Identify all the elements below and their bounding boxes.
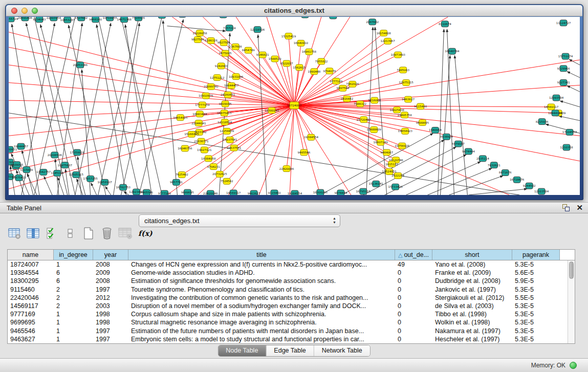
graph-node[interactable]: 16795115 xyxy=(356,188,371,194)
table-cell[interactable]: 19384554 xyxy=(8,269,54,277)
graph-node[interactable]: 9227341 xyxy=(557,80,570,86)
citation-edge[interactable] xyxy=(294,52,309,105)
graph-node[interactable]: 12218506 xyxy=(250,27,265,33)
table-cell[interactable]: Hescheler et al. (1997) xyxy=(432,335,512,343)
table-cell[interactable]: 49 xyxy=(395,260,432,269)
table-mode-icon[interactable] xyxy=(7,226,23,240)
table-cell[interactable]: 1997 xyxy=(93,286,128,294)
graph-node[interactable]: 17957255 xyxy=(83,176,98,182)
graph-node[interactable]: 9777169 xyxy=(158,190,171,195)
citation-edge[interactable] xyxy=(228,105,294,195)
citation-edge[interactable] xyxy=(114,23,140,195)
citation-edge[interactable] xyxy=(139,19,184,195)
table-cell[interactable]: Estimation of the future numbers of pati… xyxy=(128,327,395,335)
graph-node[interactable]: 9586230 xyxy=(176,17,189,17)
graph-node[interactable]: 21836771 xyxy=(194,138,209,144)
graph-node[interactable]: 19027121 xyxy=(197,147,212,153)
table-cell[interactable]: 5.6E-5 xyxy=(512,269,560,277)
graph-node[interactable]: 1527602 xyxy=(75,17,88,21)
graph-node[interactable]: 9827506 xyxy=(191,37,204,43)
citation-edge[interactable] xyxy=(290,105,294,195)
graph-node[interactable]: 10719155 xyxy=(102,17,117,21)
graph-node[interactable]: 15136141 xyxy=(369,181,384,187)
graph-node[interactable]: 2416442 xyxy=(340,96,353,102)
graph-node[interactable]: 15325419 xyxy=(281,33,296,39)
table-cell[interactable]: de Silva et al. (2003) xyxy=(432,302,512,310)
graph-node[interactable]: 19654925 xyxy=(173,115,188,121)
graph-node[interactable]: 8813054 xyxy=(217,17,230,18)
citation-edge[interactable] xyxy=(559,116,580,121)
citation-edge[interactable] xyxy=(294,105,405,131)
table-vertical-scrollbar[interactable] xyxy=(568,260,575,343)
table-cell[interactable]: 9699695 xyxy=(8,318,54,326)
graph-node[interactable]: 9466160 xyxy=(89,17,102,23)
table-cell[interactable]: 5.3E-5 xyxy=(512,310,560,318)
citation-edge[interactable] xyxy=(9,105,294,171)
graph-node[interactable]: 16718676 xyxy=(510,177,525,183)
graph-node[interactable]: 9699695 xyxy=(181,189,194,195)
citation-edge[interactable] xyxy=(163,20,177,195)
citation-edge[interactable] xyxy=(125,25,152,195)
graph-node[interactable]: 20099740 xyxy=(204,84,219,90)
table-cell[interactable]: 0 xyxy=(395,335,432,343)
table-cell[interactable]: Tibbo et al. (1998) xyxy=(432,310,512,318)
table-cell[interactable]: 0 xyxy=(395,277,432,285)
table-cell[interactable]: 1 xyxy=(54,318,93,326)
table-cell[interactable]: 0 xyxy=(395,269,432,277)
graph-node[interactable]: 10931096 xyxy=(229,74,244,80)
graph-node[interactable]: 15226058 xyxy=(192,30,207,36)
graph-node[interactable]: 22203954 xyxy=(47,17,61,21)
table-cell[interactable]: 1 xyxy=(54,327,93,335)
tab-edge-table[interactable]: Edge Table xyxy=(266,345,314,356)
delete-table-icon[interactable] xyxy=(118,226,133,240)
memory-ok-icon[interactable] xyxy=(570,362,577,369)
graph-node[interactable]: 9242843 xyxy=(215,63,228,69)
citation-edge[interactable] xyxy=(9,83,294,105)
network-window-titlebar[interactable]: citations_edges.txt xyxy=(6,5,582,16)
column-header-name[interactable]: name xyxy=(8,250,54,260)
citation-edge[interactable] xyxy=(9,100,294,105)
graph-node[interactable]: 16648784 xyxy=(445,48,460,54)
new-column-icon[interactable] xyxy=(81,226,96,240)
table-cell[interactable]: Wolkin et al. (1998) xyxy=(432,318,512,326)
graph-node[interactable]: 9474444 xyxy=(462,148,475,155)
graph-node[interactable]: 9146821 xyxy=(256,52,269,58)
citation-edge[interactable] xyxy=(91,183,97,195)
show-columns-icon[interactable] xyxy=(26,226,41,240)
graph-node[interactable]: 22420046 xyxy=(203,190,218,195)
citation-edge[interactable] xyxy=(69,25,106,195)
table-cell[interactable]: 5.5E-5 xyxy=(512,294,560,302)
citation-edge[interactable] xyxy=(9,105,294,189)
graph-node[interactable]: 14569117 xyxy=(226,190,241,195)
table-cell[interactable]: Structural magnetic resonance image aver… xyxy=(128,318,395,326)
table-row[interactable]: 946362711997Embryonic stem cells: a mode… xyxy=(8,335,575,343)
table-cell[interactable]: 6 xyxy=(54,277,93,285)
table-selector-dropdown[interactable]: citations_edges.txt ▲▼ xyxy=(139,214,340,227)
table-row[interactable]: 946554611997Estimation of the future num… xyxy=(8,327,575,335)
graph-node[interactable]: 14671368 xyxy=(117,17,132,23)
citation-edge[interactable] xyxy=(440,55,450,195)
column-header-year[interactable]: year xyxy=(93,250,128,260)
table-cell[interactable]: Nakamura et al. (1997) xyxy=(432,327,512,335)
table-cell[interactable]: 0 xyxy=(395,310,432,318)
graph-node[interactable]: 14055724 xyxy=(9,17,18,22)
tab-network-table[interactable]: Network Table xyxy=(314,345,370,356)
graph-node[interactable]: 9463627 xyxy=(248,190,260,195)
function-builder-icon[interactable]: f(x) xyxy=(138,229,153,237)
table-cell[interactable]: 9465546 xyxy=(8,327,54,335)
table-row[interactable]: 1830029562008Estimation of significance … xyxy=(8,277,575,285)
table-cell[interactable]: 9463627 xyxy=(8,335,54,343)
table-cell[interactable]: Disruption of a novel member of a sodium… xyxy=(128,302,395,310)
graph-node[interactable]: 9244502 xyxy=(523,183,536,189)
graph-node[interactable]: 8938924 xyxy=(440,134,453,140)
table-cell[interactable]: 9115460 xyxy=(8,286,54,294)
table-cell[interactable]: 6 xyxy=(54,269,93,277)
table-cell[interactable]: 0 xyxy=(395,286,432,294)
table-cell[interactable]: 1 xyxy=(54,335,93,343)
table-cell[interactable]: 1 xyxy=(54,260,93,269)
table-cell[interactable]: 18724007 xyxy=(8,260,54,269)
table-cell[interactable]: 2 xyxy=(54,302,93,310)
graph-node[interactable]: 1588520 xyxy=(269,56,281,62)
graph-node[interactable]: 14569117 xyxy=(544,104,559,110)
table-row[interactable]: 911546021997Tourette syndrome. Phenomeno… xyxy=(8,286,575,294)
